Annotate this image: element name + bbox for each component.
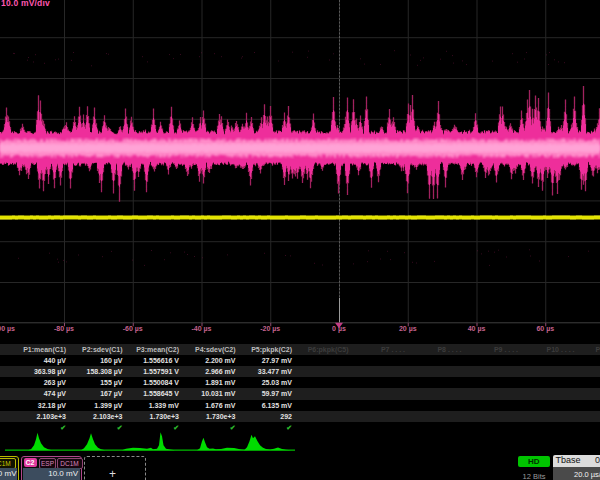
measure-value: 25.03 mV bbox=[236, 377, 292, 388]
measure-value: 2.103e+3 bbox=[67, 411, 123, 422]
trace-scale-annotation: 10.0 mV/div bbox=[1, 0, 50, 8]
c2-label-chip: C2 bbox=[24, 458, 37, 467]
timebase-scale: 20.0 µs/div bbox=[574, 470, 600, 479]
time-axis-label: 60 µs bbox=[515, 325, 575, 332]
time-axis-label: -80 µs bbox=[34, 325, 94, 332]
c1-descriptor-bottom: 10.0 mV bbox=[0, 468, 17, 480]
measure-value: 2.966 mV bbox=[180, 366, 236, 377]
measure-value: 363.98 µV bbox=[10, 366, 66, 377]
measure-value: 32.18 µV bbox=[10, 400, 66, 411]
time-axis-label: -60 µs bbox=[103, 325, 163, 332]
time-axis-label: 40 µs bbox=[447, 325, 507, 332]
measure-status-ok: ✔ bbox=[236, 422, 292, 433]
measure-header[interactable]: P2:sdev(C1) bbox=[67, 344, 123, 355]
measure-value: 59.97 mV bbox=[236, 388, 292, 399]
measure-value: 10.031 mV bbox=[180, 388, 236, 399]
plus-icon: + bbox=[109, 467, 116, 480]
measure-header[interactable]: P9 . . . . bbox=[462, 344, 518, 355]
measure-header[interactable]: P1:mean(C1) bbox=[10, 344, 66, 355]
measure-header[interactable]: P5:pkpk(C2) bbox=[236, 344, 292, 355]
measure-value: 33.477 mV bbox=[236, 366, 292, 377]
measure-status-ok: ✔ bbox=[180, 422, 236, 433]
measure-value: 1.550084 V bbox=[123, 377, 179, 388]
timebase-header: Tbase 0 µs bbox=[553, 455, 600, 467]
measure-header[interactable]: P3:mean(C2) bbox=[123, 344, 179, 355]
timebase-body: 20.0 µs/div bbox=[553, 467, 600, 480]
measure-value: 1.730e+3 bbox=[180, 411, 236, 422]
time-axis-label: -20 µs bbox=[240, 325, 300, 332]
c2-scale: 10.0 mV bbox=[48, 469, 78, 478]
measure-value: 1.339 mV bbox=[123, 400, 179, 411]
measure-value: 27.97 mV bbox=[236, 355, 292, 366]
hd-bits-label: 12 Bits bbox=[516, 472, 552, 480]
timebase-descriptor[interactable]: Tbase 0 µs 20.0 µs/div bbox=[553, 455, 600, 480]
measure-header[interactable]: P6:pkpk(C5) bbox=[293, 344, 349, 355]
histicon bbox=[81, 433, 105, 450]
measure-value: 167 µV bbox=[67, 388, 123, 399]
measure-value: 6.135 mV bbox=[236, 400, 292, 411]
measure-value: 1.556616 V bbox=[123, 355, 179, 366]
measure-value: 1.891 mV bbox=[180, 377, 236, 388]
measure-value: 440 µV bbox=[10, 355, 66, 366]
channel-c1-descriptor[interactable]: DC1M 10.0 mV bbox=[0, 456, 19, 480]
measure-header[interactable]: P11 . . . . . . bbox=[575, 344, 600, 355]
measure-header[interactable]: P10 . . . . bbox=[519, 344, 575, 355]
channel-c2-descriptor[interactable]: C2 ESP DC1M 10.0 mV bbox=[21, 456, 82, 480]
histicon bbox=[122, 432, 175, 450]
c2-trace-hot bbox=[1, 144, 600, 153]
measure-value: 1.676 mV bbox=[180, 400, 236, 411]
time-axis-label: -40 µs bbox=[172, 325, 232, 332]
oscilloscope-screen: 10.0 mV/div -100 µs-80 µs-60 µs-40 µs-20… bbox=[0, 0, 600, 480]
c1-scale: 10.0 mV bbox=[0, 469, 17, 478]
measure-status-ok: ✔ bbox=[123, 422, 179, 433]
time-axis-label: -100 µs bbox=[0, 325, 33, 332]
hd-mode-badge[interactable]: HD bbox=[518, 456, 550, 468]
measure-value: 474 µV bbox=[10, 388, 66, 399]
measure-value: 263 µV bbox=[10, 377, 66, 388]
measure-value: 155 µV bbox=[67, 377, 123, 388]
time-axis-label: 0 µs bbox=[309, 325, 369, 332]
measure-status-ok: ✔ bbox=[67, 422, 123, 433]
measure-header[interactable]: P7 . . . . bbox=[349, 344, 405, 355]
measure-value: 2.200 mV bbox=[180, 355, 236, 366]
add-trace-button[interactable]: + bbox=[84, 456, 146, 480]
measure-value: 1.399 µV bbox=[67, 400, 123, 411]
measure-header[interactable]: P4:sdev(C2) bbox=[180, 344, 236, 355]
measure-value: 2.103e+3 bbox=[10, 411, 66, 422]
c1-trace bbox=[0, 216, 600, 219]
c2-descriptor-bottom: 10.0 mV bbox=[23, 468, 80, 480]
measure-value: 1.558645 V bbox=[123, 388, 179, 399]
measure-value: 158.308 µV bbox=[67, 366, 123, 377]
time-axis-label: 20 µs bbox=[378, 325, 438, 332]
histicon bbox=[28, 433, 52, 451]
histicon bbox=[244, 435, 291, 451]
measure-value: 1.730e+3 bbox=[123, 411, 179, 422]
measure-value: 160 µV bbox=[67, 355, 123, 366]
timebase-offset: 0 µs bbox=[595, 455, 600, 467]
measure-value: 292 bbox=[236, 411, 292, 422]
measure-value: 1.557591 V bbox=[123, 366, 179, 377]
timebase-label: Tbase bbox=[556, 455, 581, 465]
measure-table: P1:mean(C1)P2:sdev(C1)P3:mean(C2)P4:sdev… bbox=[0, 344, 600, 433]
measure-header[interactable]: P8 . . . . bbox=[406, 344, 462, 355]
measure-status-ok: ✔ bbox=[10, 422, 66, 433]
histicon bbox=[197, 438, 250, 451]
